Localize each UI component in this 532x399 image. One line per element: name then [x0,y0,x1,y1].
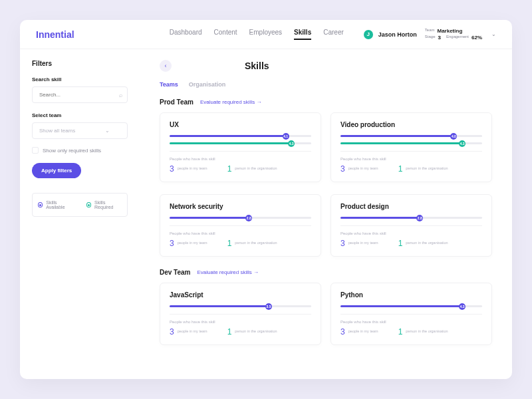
bar-dot: 2.8 [245,215,252,221]
main-nav: DashboardContentEmployeesSkillsCareer [170,29,344,40]
evaluate-link[interactable]: Evaluate required skills → [200,99,261,105]
checkbox-label: Show only required skills [43,148,101,154]
stage-value: 3 [438,35,441,41]
skill-bars: 4.3 [340,305,482,307]
legend-dot-icon [86,202,91,207]
apply-filters-button[interactable]: Apply filters [32,163,81,178]
nav-item-dashboard[interactable]: Dashboard [170,29,202,40]
page-header: ‹ Skills [160,60,492,72]
skill-card[interactable]: UX 4.14.3 People who have this skill 3pe… [160,112,321,182]
divider [170,151,311,152]
body: Filters Search skill ⌕ Select team Show … [20,49,512,379]
stat-org-label: person in the organisation [406,329,448,334]
card-sublabel: People who have this skill [340,231,482,235]
stat-team-count: 3 [340,327,345,336]
bar-dot: 4.1 [283,133,289,140]
search-input[interactable] [32,86,128,103]
card-row: UX 4.14.3 People who have this skill 3pe… [160,112,492,182]
brand-logo: Innential [36,29,74,40]
skill-title: Video production [340,121,482,128]
stat-org-count: 1 [398,239,403,248]
legend: Skills Available Skills Required [32,193,128,217]
legend-available: Skills Available [38,200,73,209]
bar-dot: 3.5 [265,303,272,310]
stat-team-count: 3 [170,239,174,248]
divider [170,225,311,226]
stat-team-count: 3 [340,164,345,174]
chevron-down-icon: ⌄ [105,128,110,134]
skill-title: Product design [340,203,482,210]
stat-org-count: 1 [398,327,403,336]
nav-item-career[interactable]: Career [323,29,344,40]
stats: 3people in my team 1person in the organi… [340,239,482,248]
bar-dot: 4.0 [450,133,457,140]
stat-org-count: 1 [227,327,232,336]
stats: 3people in my team 1person in the organi… [340,327,482,336]
avatar: J [364,30,373,39]
back-button[interactable]: ‹ [160,60,172,72]
skill-card[interactable]: Network security 2.8 People who have thi… [160,194,321,257]
required-only-checkbox[interactable]: Show only required skills [32,147,128,154]
header: Innential DashboardContentEmployeesSkill… [20,20,512,49]
card-sublabel: People who have this skill [340,157,482,161]
sidebar: Filters Search skill ⌕ Select team Show … [20,49,140,379]
stat-team-label: people in my team [178,166,207,171]
stat-team-count: 3 [340,239,345,248]
legend-dot-icon [38,202,43,207]
skill-card[interactable]: Video production 4.04.3 People who have … [331,112,492,182]
stat-org-count: 1 [227,164,232,174]
tab-organisation[interactable]: Organisation [189,81,226,88]
card-sublabel: People who have this skill [340,320,482,324]
stats: 3people in my team 1person in the organi… [170,164,311,174]
bar-dot: 4.3 [459,303,466,310]
stats: 3people in my team 1person in the organi… [170,327,311,336]
nav-item-employees[interactable]: Employees [249,29,282,40]
skill-title: UX [170,121,311,128]
skill-bars: 2.8 [170,217,311,219]
card-sublabel: People who have this skill [170,157,311,161]
bar-dot: 2.8 [416,215,423,221]
card-sublabel: People who have this skill [170,231,311,235]
team-header: Dev TeamEvaluate required skills → [160,269,492,276]
search-icon: ⌕ [119,92,122,98]
skill-card[interactable]: Python 4.3 People who have this skill 3p… [331,283,492,345]
evaluate-link[interactable]: Evaluate required skills → [198,269,259,275]
skill-bars: 4.04.3 [340,135,482,144]
stat-team-label: people in my team [348,241,378,245]
divider [340,314,482,315]
engagement-value: 62% [471,35,482,41]
select-team-label: Select team [32,112,128,118]
divider [170,314,311,315]
search-label: Search skill [32,76,128,82]
nav-item-skills[interactable]: Skills [294,29,311,40]
card-sublabel: People who have this skill [170,320,311,324]
user-menu[interactable]: J Jason Horton Team Marketing Stage 3 En… [364,28,496,41]
stat-team-count: 3 [170,327,174,336]
legend-required: Skills Required [86,200,122,209]
card-row: JavaScript 3.5 People who have this skil… [160,283,492,345]
stat-team-label: people in my team [178,329,207,334]
tab-teams[interactable]: Teams [160,81,178,88]
stat-org-label: person in the organisation [406,166,448,171]
skill-title: Python [340,291,482,299]
divider [340,225,482,226]
stat-org-label: person in the organisation [235,329,277,334]
user-name: Jason Horton [378,31,417,38]
skill-bars: 3.5 [170,305,311,307]
engagement-label: Engagement [446,35,469,41]
stat-org-count: 1 [227,239,232,248]
nav-item-content[interactable]: Content [214,29,237,40]
bar-dot: 4.3 [288,140,295,147]
team-label: Team [425,28,435,34]
skill-card[interactable]: JavaScript 3.5 People who have this skil… [160,283,321,345]
team-header: Prod TeamEvaluate required skills → [160,98,492,106]
team-name: Prod Team [160,98,194,106]
checkbox-icon [32,147,39,154]
divider [340,151,482,152]
stat-team-label: people in my team [178,241,207,245]
stats: 3people in my team 1person in the organi… [340,164,482,174]
search-input-wrap: ⌕ [32,86,128,103]
tabs: TeamsOrganisation [160,81,492,88]
team-select[interactable]: Show all teams ⌄ [32,122,128,139]
skill-card[interactable]: Product design 2.8 People who have this … [331,194,492,257]
